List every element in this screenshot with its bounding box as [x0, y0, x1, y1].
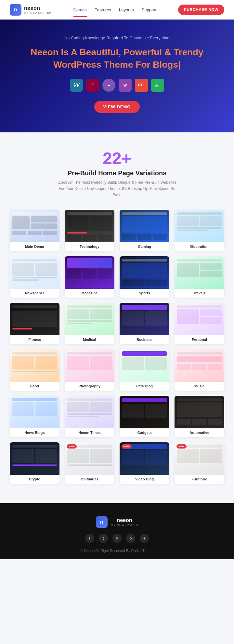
- demo-thumb: [175, 349, 224, 382]
- demo-label: Main Demo: [10, 242, 59, 251]
- demo-thumb: [10, 303, 59, 335]
- logo-subtitle: MY NEWSPAPER: [24, 11, 52, 14]
- new-badge: New: [67, 444, 77, 449]
- demo-card-gaming[interactable]: Gaming: [120, 210, 169, 251]
- demo-label: Crypto: [10, 475, 59, 484]
- a-badge: A+: [151, 79, 164, 92]
- nav-item-support[interactable]: Support: [142, 7, 157, 12]
- nav-item-features[interactable]: Features: [95, 7, 111, 12]
- logo-text: neeon MY NEWSPAPER: [24, 5, 52, 14]
- demo-thumb: [65, 256, 114, 289]
- demo-thumb: [120, 303, 169, 335]
- demo-thumb: [65, 303, 114, 335]
- demo-label: Photography: [65, 382, 114, 391]
- demo-label: Food: [10, 382, 59, 391]
- demo-card-video-blog[interactable]: New Video Blog: [120, 442, 169, 484]
- demo-thumb: New: [175, 442, 224, 475]
- demo-label: Illustration: [175, 242, 224, 251]
- demo-thumb: [120, 396, 169, 428]
- demo-label: News Blogs: [10, 428, 59, 437]
- demo-thumb: [10, 210, 59, 242]
- demo-card-music[interactable]: Music: [175, 349, 224, 391]
- demo-thumb: [175, 303, 224, 335]
- section-title: Pre-Build Home Page Variations: [10, 169, 224, 177]
- demo-card-obituaries[interactable]: New Obituaries: [65, 442, 114, 484]
- demo-label: Personal: [175, 335, 224, 344]
- purchase-button[interactable]: PURCHASE NOW: [178, 5, 224, 15]
- demo-thumb: [10, 349, 59, 382]
- demo-label: Music: [175, 382, 224, 391]
- demo-card-neeon-times[interactable]: Neeon Times: [65, 396, 114, 437]
- dribbble-icon[interactable]: ◈: [140, 534, 149, 543]
- demo-card-pets-blog[interactable]: Pets Blog: [120, 349, 169, 391]
- demo-card-business[interactable]: Business: [120, 303, 169, 344]
- new-badge: New: [176, 444, 187, 449]
- section-description: Discover The Most Perfectly Build, Uniqu…: [55, 180, 179, 198]
- site-header: n neeon MY NEWSPAPER DemosFeaturesLayout…: [0, 0, 234, 20]
- demo-card-gadgets[interactable]: Gadgets: [120, 396, 169, 437]
- demo-label: Video Blog: [120, 475, 169, 484]
- woo-badge: W: [119, 79, 132, 92]
- demo-label: Fitness: [10, 335, 59, 344]
- demo-card-automotive[interactable]: Automotive: [175, 396, 224, 437]
- demo-card-news-blogs[interactable]: News Blogs: [10, 396, 59, 437]
- site-footer: n neeon MY NEWSPAPER f t v p ◈ © Neeon A…: [0, 503, 234, 559]
- footer-logo-text: neeon MY NEWSPAPER: [111, 517, 138, 527]
- demo-card-personal[interactable]: Personal: [175, 303, 224, 344]
- logo-name: neeon: [24, 5, 52, 11]
- demo-label: Technology: [65, 242, 114, 251]
- demos-count: 22+: [10, 149, 224, 168]
- demo-card-newspaper[interactable]: Newspaper: [10, 256, 59, 298]
- nav-item-layouts[interactable]: Layouts: [119, 7, 134, 12]
- demos-section: 22+ Pre-Build Home Page Variations Disco…: [0, 132, 234, 503]
- demo-thumb: New: [65, 442, 114, 475]
- demo-thumb: New: [120, 442, 169, 475]
- demo-card-fitness[interactable]: Fitness: [10, 303, 59, 344]
- demo-card-food[interactable]: Food: [10, 349, 59, 391]
- demo-card-magazine[interactable]: Magazine: [65, 256, 114, 298]
- footer-logo-icon: n: [96, 516, 108, 528]
- demo-label: Business: [120, 335, 169, 344]
- demo-thumb: [10, 396, 59, 428]
- hero-title: Neeon Is A Beautiful, Powerful & Trendy …: [10, 46, 224, 71]
- twitter-icon[interactable]: t: [99, 534, 108, 543]
- wordpress-badge: 𝓦: [70, 79, 83, 92]
- rtl-badge: RTL: [135, 79, 148, 92]
- demo-label: Furniture: [175, 475, 224, 484]
- vimeo-icon[interactable]: v: [112, 534, 122, 543]
- demo-thumb: [175, 396, 224, 428]
- demo-label: Pets Blog: [120, 382, 169, 391]
- main-nav: DemosFeaturesLayoutsSupport: [73, 7, 157, 12]
- demo-label: Gaming: [120, 242, 169, 251]
- footer-copyright: © Neeon All Right Reserved By RadiusThem…: [10, 549, 224, 553]
- footer-logo[interactable]: n neeon MY NEWSPAPER: [10, 516, 224, 528]
- facebook-icon[interactable]: f: [85, 534, 94, 543]
- pinterest-icon[interactable]: p: [126, 534, 135, 543]
- demo-card-medical[interactable]: Medical: [65, 303, 114, 344]
- demo-card-sports[interactable]: Sports: [120, 256, 169, 298]
- view-demo-button[interactable]: VIEW DEMO: [94, 101, 140, 113]
- demo-label: Gadgets: [120, 428, 169, 437]
- wc-badge: ●: [102, 79, 115, 92]
- demo-label: Neeon Times: [65, 428, 114, 437]
- demo-card-technology[interactable]: Technology: [65, 210, 114, 251]
- demo-card-furniture[interactable]: New Furniture: [175, 442, 224, 484]
- new-badge: New: [122, 444, 132, 449]
- nav-item-demos[interactable]: Demos: [73, 7, 87, 12]
- demo-label: Automotive: [175, 428, 224, 437]
- demo-label: Magazine: [65, 289, 114, 298]
- demo-card-illustration[interactable]: Illustration: [175, 210, 224, 251]
- demo-card-main-demo[interactable]: Main Demo: [10, 210, 59, 251]
- logo[interactable]: n neeon MY NEWSPAPER: [10, 4, 52, 16]
- demo-thumb: [175, 210, 224, 242]
- demo-label: Sports: [120, 289, 169, 298]
- demo-label: Medical: [65, 335, 114, 344]
- demo-label: Obituaries: [65, 475, 114, 484]
- social-links: f t v p ◈: [10, 534, 224, 543]
- demo-thumb: [65, 349, 114, 382]
- demo-card-travels[interactable]: Travels: [175, 256, 224, 298]
- plugin-badges: 𝓦 ≡ ● W RTL A+: [10, 79, 224, 92]
- demo-card-photography[interactable]: Photography: [65, 349, 114, 391]
- demo-label: Travels: [175, 289, 224, 298]
- demo-card-crypto[interactable]: Crypto: [10, 442, 59, 484]
